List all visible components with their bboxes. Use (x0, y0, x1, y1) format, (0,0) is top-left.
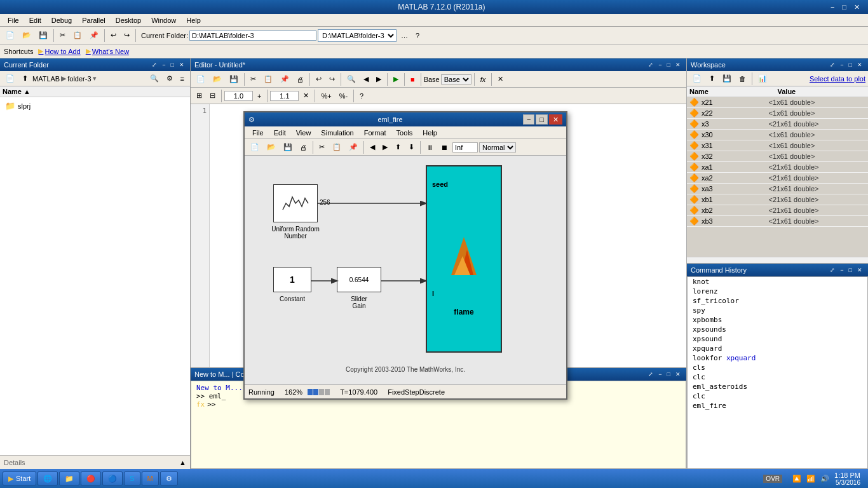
redo-button[interactable]: ↪ (121, 29, 133, 41)
zoom-input-2[interactable] (270, 91, 299, 101)
editor-maximize-button[interactable]: □ (665, 62, 672, 68)
cf-search-button[interactable]: 🔍 (147, 72, 162, 85)
paste-button[interactable]: 📌 (86, 29, 102, 41)
list-item[interactable]: spy (688, 306, 867, 315)
sim-cut-button[interactable]: ✂ (316, 141, 328, 153)
workspace-select[interactable]: Base (441, 74, 471, 85)
sim-mode-select[interactable]: Normal (479, 142, 516, 152)
sim-save-button[interactable]: 💾 (280, 141, 295, 153)
open-file-button[interactable]: 📂 (19, 29, 34, 41)
ws-minimize-button[interactable]: − (838, 62, 845, 68)
cf-actions-button[interactable]: ≡ (177, 73, 187, 85)
ed-paste-button[interactable]: 📌 (277, 73, 292, 85)
breadcrumb-matlab[interactable]: MATLAB (32, 75, 60, 83)
browse-folder-button[interactable]: … (398, 30, 411, 41)
table-row[interactable]: 🔶 x31 <1x61 double> (687, 140, 868, 151)
list-item[interactable]: knot (688, 277, 867, 287)
ed-cut-button[interactable]: ✂ (247, 73, 259, 85)
list-item[interactable]: 📁 slprj (3, 100, 187, 112)
cf-float-button[interactable]: ⤢ (150, 62, 159, 68)
ws-import-button[interactable]: ⬆ (706, 72, 718, 85)
list-item[interactable]: lookfor xpquard (688, 353, 867, 363)
help-button[interactable]: ? (412, 30, 423, 41)
ed-open-button[interactable]: 📂 (210, 73, 225, 85)
cmd-float-button[interactable]: ⤢ (646, 371, 655, 377)
sim-menu-tools[interactable]: Tools (391, 128, 418, 138)
ws-delete-button[interactable]: 🗑 (736, 73, 749, 85)
ed-undo-button[interactable]: ↩ (313, 73, 325, 85)
select-data-link[interactable]: Select data to plot (810, 75, 865, 83)
ws-chart-button[interactable]: 📊 (755, 72, 770, 85)
menu-parallel[interactable]: Parallel (77, 15, 111, 25)
ws-float-button[interactable]: ⤢ (828, 62, 837, 68)
ws-new-var-button[interactable]: 📄 (689, 72, 705, 85)
how-to-add-link[interactable]: ▶ How to Add (38, 47, 80, 55)
list-item[interactable]: xpsounds (688, 325, 867, 334)
ed-copy-button[interactable]: 📋 (261, 73, 276, 85)
cf-maximize-button[interactable]: □ (169, 62, 176, 68)
list-item[interactable]: eml_asteroids (688, 382, 867, 391)
list-item[interactable]: cls (688, 363, 867, 372)
cmd-close-button[interactable]: ✕ (674, 371, 682, 377)
ed-fx-button[interactable]: fx (477, 74, 489, 85)
simulink-close-button[interactable]: ✕ (549, 114, 562, 125)
list-item[interactable]: clc (688, 391, 867, 401)
ed-nav-fwd-button[interactable]: ▶ (373, 73, 384, 85)
ch-float-button[interactable]: ⤢ (828, 267, 837, 273)
cut-button[interactable]: ✂ (57, 29, 69, 41)
sim-nav-back-button[interactable]: ◀ (367, 141, 378, 153)
folder-path-input[interactable] (189, 30, 316, 41)
sim-menu-edit[interactable]: Edit (269, 128, 291, 138)
sim-copy-button[interactable]: 📋 (329, 141, 344, 153)
ed-stop-button[interactable]: ■ (407, 74, 418, 85)
close-button[interactable]: ✕ (851, 3, 863, 12)
sim-time-input[interactable] (452, 142, 478, 152)
simulink-diagram[interactable]: Uniform RandomNumber 256 1 Constant 0.65… (245, 156, 566, 384)
table-row[interactable]: 🔶 xb1 <21x61 double> (687, 194, 868, 205)
ch-minimize-button[interactable]: − (838, 267, 845, 273)
cf-settings-button[interactable]: ⚙ (163, 72, 176, 85)
cf-minimize-button[interactable]: − (160, 62, 167, 68)
sim-menu-view[interactable]: View (291, 128, 316, 138)
taskbar-folder-button[interactable]: 📁 (59, 471, 79, 485)
sim-pause-button[interactable]: ⏸ (423, 142, 437, 153)
cf-name-column[interactable]: Name ▲ (3, 88, 187, 95)
table-row[interactable]: 🔶 xa1 <21x61 double> (687, 162, 868, 173)
menu-file[interactable]: File (3, 15, 24, 25)
menu-help[interactable]: Help (181, 15, 206, 25)
ws-maximize-button[interactable]: □ (847, 62, 854, 68)
taskbar-app2-button[interactable]: 🔴 (81, 471, 101, 485)
table-row[interactable]: 🔶 x30 <1x61 double> (687, 130, 868, 140)
editor-float-button[interactable]: ⤢ (646, 62, 655, 68)
folder-path-dropdown[interactable]: D:\MATLAB\folder-3 (318, 29, 397, 42)
flame-block[interactable]: seed l flame (426, 165, 502, 353)
list-item[interactable]: lorenz (688, 287, 867, 296)
ed-redo-button[interactable]: ↪ (326, 73, 338, 85)
table-row[interactable]: 🔶 xa3 <21x61 double> (687, 184, 868, 194)
cf-details-expand[interactable]: ▲ (179, 459, 186, 466)
table-row[interactable]: 🔶 x22 <1x61 double> (687, 108, 868, 119)
ch-maximize-button[interactable]: □ (847, 267, 854, 273)
ch-close-button[interactable]: ✕ (855, 267, 864, 273)
table-row[interactable]: 🔶 xa2 <21x61 double> (687, 173, 868, 184)
ed-uncomment-button[interactable]: %- (336, 90, 351, 102)
ed-nav-back-button[interactable]: ◀ (360, 73, 372, 85)
sim-down-button[interactable]: ⬇ (405, 141, 417, 153)
cmd-maximize-button[interactable]: □ (665, 371, 672, 377)
list-item[interactable]: xpsound (688, 334, 867, 344)
menu-window[interactable]: Window (146, 15, 181, 25)
cf-close-button[interactable]: ✕ (177, 62, 186, 68)
sim-menu-format[interactable]: Format (359, 128, 391, 138)
ed-new-button[interactable]: 📄 (193, 73, 208, 85)
simulink-maximize-button[interactable]: □ (536, 114, 548, 125)
list-item[interactable]: xpquard (688, 344, 867, 353)
ed-save-button[interactable]: 💾 (226, 73, 241, 85)
maximize-button[interactable]: □ (839, 3, 850, 12)
ed-indent-button[interactable]: ⊞ (193, 90, 205, 102)
menu-debug[interactable]: Debug (46, 15, 77, 25)
ed-comment-button[interactable]: %+ (318, 90, 334, 102)
ed-print-button[interactable]: 🖨 (294, 74, 307, 85)
new-file-button[interactable]: 📄 (3, 29, 18, 41)
taskbar-chrome-button[interactable]: 🔵 (102, 471, 123, 485)
simulink-minimize-button[interactable]: − (523, 114, 534, 125)
